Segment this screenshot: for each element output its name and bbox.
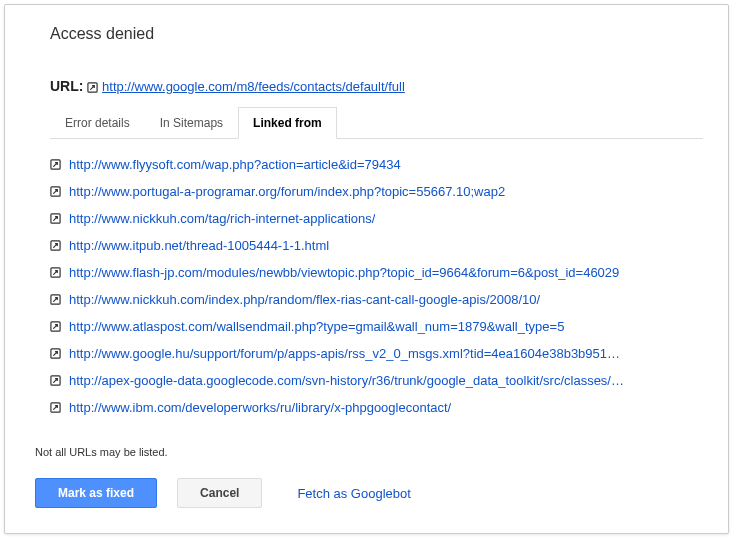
linked-from-url[interactable]: http://www.flash-jp.com/modules/newbb/vi… <box>69 265 619 280</box>
linked-from-url[interactable]: http://www.ibm.com/developerworks/ru/lib… <box>69 400 451 415</box>
url-value-link[interactable]: http://www.google.com/m8/feeds/contacts/… <box>102 79 405 94</box>
fetch-as-googlebot-link[interactable]: Fetch as Googlebot <box>297 486 410 501</box>
external-link-icon <box>50 321 61 332</box>
linked-from-url[interactable]: http://www.itpub.net/thread-1005444-1-1.… <box>69 238 329 253</box>
list-item: http://www.ibm.com/developerworks/ru/lib… <box>50 394 703 421</box>
tabs: Error detailsIn SitemapsLinked from <box>50 106 703 139</box>
external-link-icon <box>50 186 61 197</box>
linked-from-url[interactable]: http://www.atlaspost.com/wallsendmail.ph… <box>69 319 564 334</box>
linked-from-url[interactable]: http://www.portugal-a-programar.org/foru… <box>69 184 505 199</box>
action-row: Mark as fixed Cancel Fetch as Googlebot <box>35 478 703 508</box>
external-link-icon <box>50 240 61 251</box>
dialog-title: Access denied <box>50 25 703 43</box>
list-item: http://apex-google-data.googlecode.com/s… <box>50 367 703 394</box>
external-link-icon <box>50 159 61 170</box>
list-item: http://www.google.hu/support/forum/p/app… <box>50 340 703 367</box>
linked-from-url[interactable]: http://www.flyysoft.com/wap.php?action=a… <box>69 157 401 172</box>
url-row: URL: http://www.google.com/m8/feeds/cont… <box>50 78 703 94</box>
external-link-icon <box>50 294 61 305</box>
list-item: http://www.nickkuh.com/tag/rich-internet… <box>50 205 703 232</box>
external-link-icon <box>50 213 61 224</box>
linked-from-list: http://www.flyysoft.com/wap.php?action=a… <box>50 151 703 421</box>
list-item: http://www.nickkuh.com/index.php/random/… <box>50 286 703 313</box>
tab-in-sitemaps[interactable]: In Sitemaps <box>145 107 238 139</box>
list-item: http://www.itpub.net/thread-1005444-1-1.… <box>50 232 703 259</box>
external-link-icon <box>50 348 61 359</box>
tab-error-details[interactable]: Error details <box>50 107 145 139</box>
list-item: http://www.flyysoft.com/wap.php?action=a… <box>50 151 703 178</box>
url-label: URL: <box>50 78 83 94</box>
note-text: Not all URLs may be listed. <box>35 446 703 458</box>
list-item: http://www.atlaspost.com/wallsendmail.ph… <box>50 313 703 340</box>
linked-from-url[interactable]: http://apex-google-data.googlecode.com/s… <box>69 373 624 388</box>
external-link-icon <box>50 402 61 413</box>
mark-as-fixed-button[interactable]: Mark as fixed <box>35 478 157 508</box>
list-item: http://www.flash-jp.com/modules/newbb/vi… <box>50 259 703 286</box>
external-link-icon <box>50 267 61 278</box>
external-link-icon <box>87 82 98 93</box>
linked-from-url[interactable]: http://www.nickkuh.com/tag/rich-internet… <box>69 211 375 226</box>
linked-from-url[interactable]: http://www.google.hu/support/forum/p/app… <box>69 346 620 361</box>
tab-linked-from[interactable]: Linked from <box>238 107 337 139</box>
cancel-button[interactable]: Cancel <box>177 478 262 508</box>
access-denied-dialog: Access denied URL: http://www.google.com… <box>4 4 729 534</box>
list-item: http://www.portugal-a-programar.org/foru… <box>50 178 703 205</box>
linked-from-url[interactable]: http://www.nickkuh.com/index.php/random/… <box>69 292 540 307</box>
external-link-icon <box>50 375 61 386</box>
